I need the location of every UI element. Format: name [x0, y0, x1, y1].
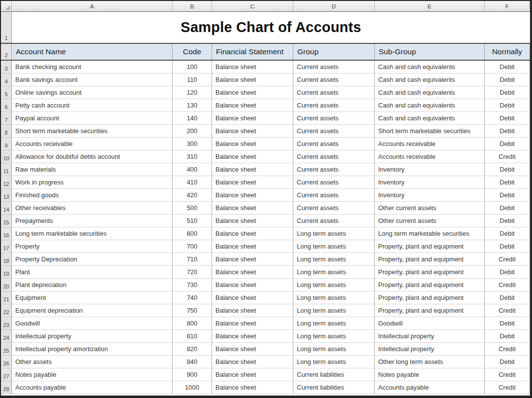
cell-group[interactable]: Current liabilities [293, 368, 375, 381]
cell-group[interactable]: Current assets [293, 138, 375, 150]
cell-code[interactable]: 720 [173, 266, 212, 279]
row-number[interactable]: 9 [1, 138, 12, 150]
cell-group[interactable]: Current assets [293, 86, 375, 99]
cell-financial-statement[interactable]: Balance sheet [212, 291, 293, 304]
cell-code[interactable]: 130 [173, 99, 212, 112]
cell-code[interactable]: 900 [173, 368, 212, 381]
cell-sub-group[interactable]: Other current assets [375, 202, 485, 215]
cell-financial-statement[interactable]: Balance sheet [212, 330, 293, 343]
cell-sub-group[interactable]: Property, plant and equipment [375, 304, 485, 317]
cell-financial-statement[interactable]: Balance sheet [212, 240, 293, 253]
cell-group[interactable]: Long term assets [293, 356, 375, 368]
cell-group[interactable]: Current assets [293, 150, 375, 163]
cell-group[interactable]: Current assets [293, 125, 375, 138]
cell-code[interactable]: 1000 [173, 381, 212, 394]
cell-account-name[interactable]: Short term marketable securities [12, 125, 173, 138]
cell-financial-statement[interactable]: Balance sheet [212, 253, 293, 266]
cell-normally[interactable]: Credit [485, 368, 530, 381]
cell-financial-statement[interactable]: Balance sheet [212, 356, 293, 368]
cell-account-name[interactable]: Property [12, 240, 173, 253]
cell-group[interactable]: Current assets [293, 189, 375, 202]
cell-account-name[interactable]: Other receivables [12, 202, 173, 215]
cell-group[interactable]: Long term assets [293, 253, 375, 266]
page-title[interactable]: Sample Chart of Accounts [12, 12, 530, 43]
cell-account-name[interactable]: Accounts receivable [12, 138, 173, 150]
cell-group[interactable]: Long term assets [293, 266, 375, 279]
cell-sub-group[interactable]: Accounts receivable [375, 138, 485, 150]
cell-sub-group[interactable]: Accounts payable [375, 381, 485, 394]
cell-code[interactable]: 200 [173, 125, 212, 138]
cell-account-name[interactable]: Plant [12, 266, 173, 279]
cell-normally[interactable]: Debit [485, 112, 530, 125]
cell-account-name[interactable]: Equipment [12, 291, 173, 304]
cell-code[interactable]: 810 [173, 330, 212, 343]
row-number[interactable]: 25 [1, 343, 12, 356]
row-number[interactable]: 23 [1, 317, 12, 330]
cell-sub-group[interactable]: Short term marketable securities [375, 125, 485, 138]
cell-normally[interactable]: Debit [485, 163, 530, 176]
row-number[interactable]: 8 [1, 125, 12, 138]
cell-normally[interactable]: Debit [485, 240, 530, 253]
cell-code[interactable]: 300 [173, 138, 212, 150]
cell-account-name[interactable]: Goodwill [12, 317, 173, 330]
cell-financial-statement[interactable]: Balance sheet [212, 202, 293, 215]
row-number[interactable]: 5 [1, 86, 12, 99]
cell-normally[interactable]: Credit [485, 343, 530, 356]
row-number[interactable]: 19 [1, 266, 12, 279]
row-number[interactable]: 27 [1, 368, 12, 381]
cell-account-name[interactable]: Paypal account [12, 112, 173, 125]
row-number[interactable]: 26 [1, 356, 12, 368]
cell-financial-statement[interactable]: Balance sheet [212, 343, 293, 356]
cell-sub-group[interactable]: Inventory [375, 176, 485, 189]
cell-normally[interactable]: Debit [485, 189, 530, 202]
row-number[interactable]: 22 [1, 304, 12, 317]
cell-normally[interactable]: Credit [485, 150, 530, 163]
row-number[interactable]: 13 [1, 189, 12, 202]
cell-sub-group[interactable]: Long term marketable securities [375, 227, 485, 240]
cell-group[interactable]: Current assets [293, 215, 375, 227]
cell-code[interactable]: 740 [173, 291, 212, 304]
row-number[interactable]: 14 [1, 202, 12, 215]
cell-sub-group[interactable]: Property, plant and equipment [375, 291, 485, 304]
cell-normally[interactable]: Debit [485, 125, 530, 138]
cell-financial-statement[interactable]: Balance sheet [212, 266, 293, 279]
cell-code[interactable]: 100 [173, 61, 212, 73]
row-number[interactable]: 2 [1, 44, 12, 60]
column-letter[interactable]: F [485, 1, 530, 11]
cell-sub-group[interactable]: Accounts receivable [375, 150, 485, 163]
cell-account-name[interactable]: Intellectual property amortization [12, 343, 173, 356]
cell-account-name[interactable]: Allowance for doubtful debts account [12, 150, 173, 163]
cell-financial-statement[interactable]: Balance sheet [212, 317, 293, 330]
cell-normally[interactable]: Debit [485, 176, 530, 189]
cell-financial-statement[interactable]: Balance sheet [212, 279, 293, 291]
cell-financial-statement[interactable]: Balance sheet [212, 112, 293, 125]
cell-normally[interactable]: Debit [485, 291, 530, 304]
cell-code[interactable]: 800 [173, 317, 212, 330]
cell-sub-group[interactable]: Notes payable [375, 368, 485, 381]
cell-group[interactable]: Long term assets [293, 291, 375, 304]
cell-sub-group[interactable]: Intellectual property [375, 343, 485, 356]
cell-code[interactable]: 310 [173, 150, 212, 163]
cell-financial-statement[interactable]: Balance sheet [212, 138, 293, 150]
row-number[interactable]: 21 [1, 291, 12, 304]
cell-sub-group[interactable]: Inventory [375, 189, 485, 202]
row-number[interactable]: 18 [1, 253, 12, 266]
cell-financial-statement[interactable]: Balance sheet [212, 61, 293, 73]
cell-financial-statement[interactable]: Balance sheet [212, 73, 293, 86]
cell-group[interactable]: Long term assets [293, 343, 375, 356]
cell-code[interactable]: 500 [173, 202, 212, 215]
cell-financial-statement[interactable]: Balance sheet [212, 99, 293, 112]
cell-group[interactable]: Long term assets [293, 304, 375, 317]
row-number[interactable]: 20 [1, 279, 12, 291]
cell-financial-statement[interactable]: Balance sheet [212, 304, 293, 317]
cell-code[interactable]: 600 [173, 227, 212, 240]
cell-sub-group[interactable]: Cash and cash equivalents [375, 61, 485, 73]
cell-code[interactable]: 840 [173, 356, 212, 368]
cell-normally[interactable]: Debit [485, 99, 530, 112]
cell-code[interactable]: 110 [173, 73, 212, 86]
row-number[interactable]: 6 [1, 99, 12, 112]
cell-sub-group[interactable]: Property, plant and equipment [375, 253, 485, 266]
row-number[interactable]: 24 [1, 330, 12, 343]
cell-normally[interactable]: Debit [485, 317, 530, 330]
cell-financial-statement[interactable]: Balance sheet [212, 150, 293, 163]
